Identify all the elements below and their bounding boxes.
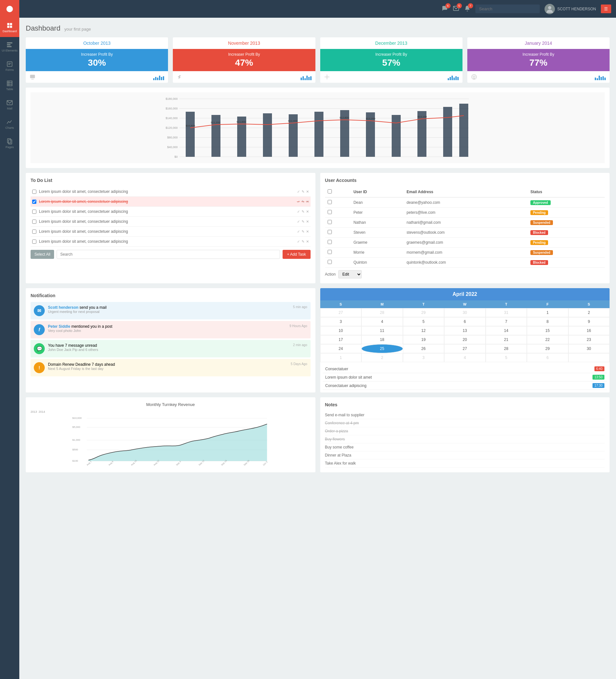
user-checkbox-steven[interactable] (328, 230, 332, 234)
cal-cell-12[interactable]: 12 (403, 326, 444, 335)
sidebar-item-charts[interactable]: Charts (0, 114, 19, 134)
cal-cell-20[interactable]: 20 (444, 335, 486, 344)
todo-edit-icon-2[interactable]: ✎ (302, 200, 304, 204)
cal-cell-8[interactable]: 8 (527, 317, 568, 326)
user-checkbox-peter[interactable] (328, 210, 332, 214)
todo-delete-icon-1[interactable]: ✕ (306, 190, 309, 194)
cal-cell-4[interactable]: 4 (362, 317, 403, 326)
select-all-users-checkbox[interactable] (328, 189, 332, 193)
todo-check-icon-5[interactable]: ✓ (297, 230, 300, 234)
cal-cell-31-prev[interactable]: 31 (486, 308, 527, 317)
cal-cell-1-next[interactable]: 1 (320, 353, 362, 362)
cal-cell-17[interactable]: 17 (320, 335, 362, 344)
cal-cell-26[interactable]: 26 (403, 344, 444, 353)
todo-edit-icon-6[interactable]: ✎ (302, 239, 304, 244)
cal-cell-23[interactable]: 23 (568, 335, 610, 344)
svg-text:$160,000: $160,000 (165, 107, 178, 110)
menu-button[interactable]: ☰ (601, 4, 611, 13)
todo-checkbox-5[interactable] (32, 230, 36, 234)
cal-cell-5[interactable]: 5 (403, 317, 444, 326)
cal-cell-16[interactable]: 16 (568, 326, 610, 335)
cal-cell-21[interactable]: 21 (486, 335, 527, 344)
todo-edit-icon-1[interactable]: ✎ (302, 190, 304, 194)
cal-cell-13[interactable]: 13 (444, 326, 486, 335)
cal-cell-1[interactable]: 1 (527, 308, 568, 317)
header: 6 5 7 SCOTT HENDERSON ☰ (19, 0, 616, 18)
todo-check-icon-6[interactable]: ✓ (297, 239, 300, 244)
select-all-button[interactable]: Select All (31, 250, 54, 259)
sidebar-item-dashboard[interactable]: Dashboard (0, 18, 19, 37)
alerts-icon-wrap[interactable]: 7 (464, 5, 471, 13)
user-email-peter: peters@live.com (404, 208, 528, 218)
cal-cell-11[interactable]: 11 (362, 326, 403, 335)
add-task-button[interactable]: + Add Task (282, 250, 311, 259)
cal-cell-2-next[interactable]: 2 (362, 353, 403, 362)
sidebar-item-mail[interactable]: Mail (0, 95, 19, 114)
notif-item-2: f Peter Siddle mentioned you in a post V… (31, 321, 311, 338)
todo-search-input[interactable] (57, 250, 280, 259)
cal-cell-4-next[interactable]: 4 (444, 353, 486, 362)
todo-checkbox-6[interactable] (32, 239, 36, 244)
todo-edit-icon-3[interactable]: ✎ (302, 209, 304, 214)
app-logo[interactable] (0, 0, 19, 18)
user-checkbox-nathan[interactable] (328, 220, 332, 224)
cal-cell-15[interactable]: 15 (527, 326, 568, 335)
cal-cell-29[interactable]: 29 (527, 344, 568, 353)
sidebar-item-pages[interactable]: Pages (0, 134, 19, 153)
user-checkbox-graeme[interactable] (328, 240, 332, 244)
svg-rect-48 (392, 115, 401, 157)
user-checkbox-quinton[interactable] (328, 260, 332, 264)
cal-cell-3-next[interactable]: 3 (403, 353, 444, 362)
cal-cell-22[interactable]: 22 (527, 335, 568, 344)
todo-text-2: Lorem ipsum dolor sit amet, consectetuer… (39, 199, 295, 204)
cal-cell-2[interactable]: 2 (568, 308, 610, 317)
todo-checkbox-2[interactable] (32, 200, 36, 204)
user-name-steven: Steven (351, 228, 404, 237)
cal-cell-14[interactable]: 14 (486, 326, 527, 335)
cal-cell-30-prev[interactable]: 30 (444, 308, 486, 317)
todo-check-icon-3[interactable]: ✓ (297, 209, 300, 214)
todo-delete-icon-6[interactable]: ✕ (306, 239, 309, 244)
cal-cell-7[interactable]: 7 (486, 317, 527, 326)
cal-cell-27-prev[interactable]: 27 (320, 308, 362, 317)
cal-cell-6[interactable]: 6 (444, 317, 486, 326)
action-select[interactable]: Edit Delete View (338, 270, 362, 279)
todo-delete-icon-5[interactable]: ✕ (306, 230, 309, 234)
cal-cell-30[interactable]: 30 (568, 344, 610, 353)
cal-cell-19[interactable]: 19 (403, 335, 444, 344)
mail-icon-wrap[interactable]: 5 (453, 5, 459, 13)
todo-check-icon-1[interactable]: ✓ (297, 190, 300, 194)
user-checkbox-dean[interactable] (328, 200, 332, 204)
cal-cell-5-next[interactable]: 5 (486, 353, 527, 362)
todo-edit-icon-4[interactable]: ✎ (302, 220, 304, 224)
sidebar-item-forms[interactable]: Forms (0, 56, 19, 76)
cal-cell-29-prev[interactable]: 29 (403, 308, 444, 317)
todo-delete-icon-4[interactable]: ✕ (306, 220, 309, 224)
sidebar-item-table[interactable]: Table (0, 76, 19, 95)
todo-checkbox-3[interactable] (32, 209, 36, 214)
todo-check-icon-4[interactable]: ✓ (297, 220, 300, 224)
todo-check-icon-2[interactable]: ✓ (297, 200, 300, 204)
cal-cell-24[interactable]: 24 (320, 344, 362, 353)
todo-delete-icon-3[interactable]: ✕ (306, 209, 309, 214)
todo-checkbox-4[interactable] (32, 220, 36, 224)
todo-delete-icon-2[interactable]: ✕ (306, 200, 309, 204)
sidebar-item-ui-elements[interactable]: UI Elements (0, 37, 19, 56)
stat-card-november-month: November 2013 (173, 37, 315, 49)
cal-cell-10[interactable]: 10 (320, 326, 362, 335)
cal-cell-27[interactable]: 27 (444, 344, 486, 353)
notif-name-2[interactable]: Peter Siddle (48, 324, 70, 329)
search-input[interactable] (475, 4, 540, 13)
messages-icon-wrap[interactable]: 6 (442, 5, 448, 13)
cal-cell-28[interactable]: 28 (486, 344, 527, 353)
cal-cell-3[interactable]: 3 (320, 317, 362, 326)
cal-cell-18[interactable]: 18 (362, 335, 403, 344)
cal-cell-28-prev[interactable]: 28 (362, 308, 403, 317)
user-checkbox-morrie[interactable] (328, 250, 332, 254)
cal-cell-9[interactable]: 9 (568, 317, 610, 326)
cal-cell-25-today[interactable]: 25 (362, 344, 403, 353)
todo-edit-icon-5[interactable]: ✎ (302, 230, 304, 234)
cal-cell-6-next[interactable]: 6 (527, 353, 568, 362)
notif-name-1[interactable]: Scott henderson (48, 305, 78, 310)
todo-checkbox-1[interactable] (32, 190, 36, 194)
